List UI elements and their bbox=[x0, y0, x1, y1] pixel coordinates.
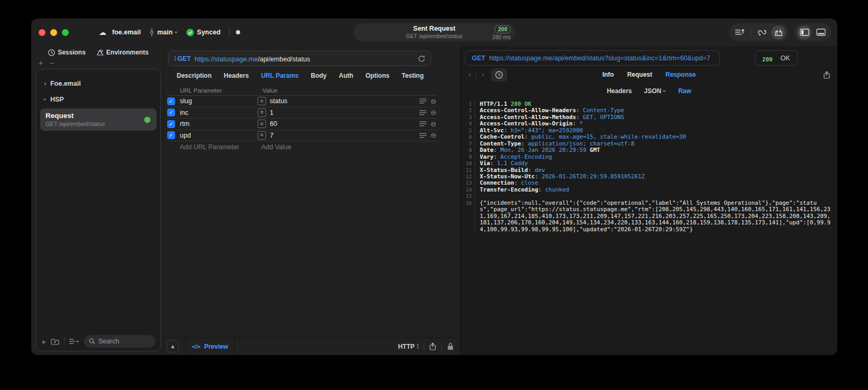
request-tab-testing[interactable]: Testing bbox=[401, 72, 424, 79]
param-name[interactable]: inc bbox=[180, 109, 258, 116]
toggle-sidebar-button[interactable] bbox=[797, 25, 811, 40]
response-subtab-json[interactable]: JSON› bbox=[644, 87, 666, 95]
param-name[interactable]: upd bbox=[180, 132, 258, 139]
toggle-bottom-panel-button[interactable] bbox=[814, 25, 828, 40]
search-placeholder: Search bbox=[98, 338, 120, 345]
remove-row-icon[interactable]: ⊖ bbox=[431, 97, 436, 105]
request-list-item-selected[interactable]: Request GET /api/embed/status bbox=[40, 108, 157, 131]
list-options-button[interactable] bbox=[69, 339, 79, 344]
add-url-parameter-field[interactable]: Add URL Parameter bbox=[180, 143, 261, 151]
line-number: 16 bbox=[461, 200, 475, 233]
project-name[interactable]: ☁ foe.email bbox=[99, 28, 141, 37]
resend-request-button[interactable] bbox=[418, 55, 425, 62]
line-number: 1 bbox=[461, 101, 475, 107]
sent-request-pill[interactable]: Sent Request GET /api/embed/status 200 2… bbox=[353, 23, 515, 41]
sent-request-subtitle: GET /api/embed/status bbox=[353, 33, 515, 39]
param-name[interactable]: slug bbox=[180, 97, 258, 105]
toolbar-group-left bbox=[729, 23, 789, 41]
traffic-lights bbox=[39, 29, 74, 36]
response-tab-info[interactable]: Info bbox=[602, 71, 614, 78]
new-group-button[interactable] bbox=[51, 338, 59, 345]
duration-label: 280 ms bbox=[492, 34, 510, 40]
left-panel-icon bbox=[800, 29, 809, 36]
code-line: 14Transfer-Encoding: chunked bbox=[461, 187, 832, 193]
response-tab-request[interactable]: Request bbox=[627, 71, 652, 78]
sent-request-title: Sent Request bbox=[353, 25, 515, 33]
equals-icon: = bbox=[258, 131, 266, 140]
remove-row-icon[interactable]: ⊖ bbox=[431, 120, 436, 128]
reorder-handle-icon[interactable] bbox=[419, 121, 426, 126]
code-icon: </> bbox=[192, 343, 200, 350]
response-subtab-raw[interactable]: Raw bbox=[678, 87, 691, 95]
param-checkbox[interactable]: ✓ bbox=[167, 131, 175, 139]
param-row: ✓upd=7⊖ bbox=[167, 130, 436, 142]
protocol-selector[interactable]: HTTP ▴▾ bbox=[398, 343, 418, 350]
param-checkbox[interactable]: ✓ bbox=[167, 97, 175, 105]
sidebar-tab-environments[interactable]: Environments bbox=[96, 49, 149, 56]
param-value[interactable]: status bbox=[270, 97, 419, 105]
add-session-button[interactable]: + bbox=[39, 59, 43, 67]
share-request-button[interactable] bbox=[430, 342, 436, 350]
branch-selector[interactable]: main › bbox=[149, 28, 178, 37]
request-bottom-bar: ▲ </> Preview HTTP ▴▾ bbox=[164, 337, 460, 355]
drag-lines-icon bbox=[419, 121, 426, 126]
remove-row-icon[interactable]: ⊖ bbox=[431, 108, 436, 116]
code-line: 16{"incidents":null,"overall":{"code":"o… bbox=[461, 200, 832, 233]
response-tab-response[interactable]: Response bbox=[665, 71, 696, 78]
environments-icon bbox=[96, 49, 104, 56]
request-pane: ▴▾ GET https://statuspage.me/api/embed/s… bbox=[163, 46, 460, 355]
reorder-handle-icon[interactable] bbox=[419, 133, 426, 138]
url-path: /api/embed/status bbox=[258, 56, 310, 63]
param-checkbox[interactable]: ✓ bbox=[167, 108, 175, 116]
bottom-bar-divider bbox=[234, 338, 235, 355]
cloud-icon: ☁ bbox=[99, 28, 106, 37]
response-url-box[interactable]: GET https://statuspage.me/api/embed/stat… bbox=[465, 50, 720, 66]
code-generation-button[interactable] bbox=[755, 25, 769, 40]
collapse-panel-button[interactable]: ▲ bbox=[167, 340, 179, 352]
reorder-handle-icon[interactable] bbox=[419, 110, 426, 115]
zoom-window-button[interactable] bbox=[62, 29, 69, 36]
request-tab-url-params[interactable]: URL Params bbox=[261, 72, 298, 79]
param-row: ✓slug=status⊖ bbox=[167, 96, 436, 107]
lock-request-button[interactable] bbox=[447, 342, 454, 350]
sidebar-tab-sessions[interactable]: Sessions bbox=[48, 49, 86, 56]
param-name[interactable]: rtm bbox=[180, 120, 258, 128]
request-url-bar[interactable]: ▴▾ GET https://statuspage.me/api/embed/s… bbox=[168, 51, 431, 66]
request-tab-options[interactable]: Options bbox=[366, 72, 389, 79]
line-number: 12 bbox=[461, 174, 475, 180]
sync-status[interactable]: Synced bbox=[186, 29, 220, 37]
drag-lines-icon bbox=[419, 98, 426, 104]
close-window-button[interactable] bbox=[39, 29, 45, 36]
updown-arrows-icon: ▴▾ bbox=[174, 56, 176, 61]
param-value[interactable]: 7 bbox=[270, 132, 419, 139]
param-value[interactable]: 1 bbox=[270, 109, 419, 116]
response-order-button[interactable] bbox=[733, 25, 747, 40]
preview-button[interactable]: </> Preview bbox=[192, 343, 228, 350]
titlebar-divider bbox=[229, 28, 230, 37]
tree-item-hsp[interactable]: › HSP bbox=[40, 93, 157, 106]
bottom-bar-divider bbox=[185, 338, 186, 355]
method-dropdown[interactable]: ▴▾ GET bbox=[174, 55, 191, 62]
remove-row-icon[interactable]: ⊖ bbox=[431, 131, 436, 139]
minimize-window-button[interactable] bbox=[50, 29, 57, 36]
request-tab-description[interactable]: Description bbox=[177, 72, 212, 79]
remove-session-button[interactable]: − bbox=[50, 59, 54, 67]
param-row: ✓inc=1⊖ bbox=[167, 107, 436, 119]
import-export-button[interactable] bbox=[771, 25, 785, 40]
search-icon bbox=[89, 338, 95, 344]
response-subtab-headers[interactable]: Headers bbox=[607, 87, 632, 95]
list-options-icon bbox=[69, 339, 79, 344]
param-checkbox[interactable]: ✓ bbox=[167, 120, 175, 128]
param-value[interactable]: 60 bbox=[270, 120, 419, 128]
add-request-button[interactable]: + bbox=[41, 337, 46, 346]
search-input[interactable]: Search bbox=[84, 335, 156, 348]
drag-lines-icon bbox=[419, 133, 426, 138]
project-label: foe.email bbox=[112, 29, 141, 36]
tree-item-foe-email[interactable]: › Foe.email bbox=[40, 77, 157, 90]
line-number: 10 bbox=[461, 160, 475, 167]
reorder-handle-icon[interactable] bbox=[419, 98, 426, 104]
request-tab-auth[interactable]: Auth bbox=[339, 72, 353, 79]
add-value-field[interactable]: Add Value bbox=[261, 143, 291, 151]
request-tab-body[interactable]: Body bbox=[311, 72, 327, 79]
request-tab-headers[interactable]: Headers bbox=[224, 72, 249, 79]
